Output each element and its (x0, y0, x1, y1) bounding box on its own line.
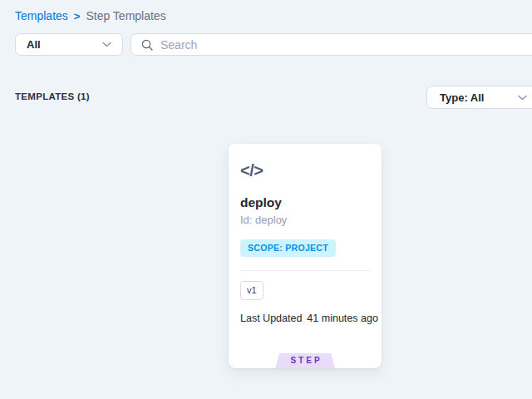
search-box[interactable] (131, 33, 532, 56)
type-filter-value: Type: All (440, 91, 484, 104)
breadcrumb-separator-icon: > (74, 10, 81, 22)
template-id: Id: deploy (240, 214, 287, 225)
scope-filter-dropdown[interactable]: All (15, 33, 123, 56)
last-updated-row: Last Updated 41 minutes ago (240, 313, 378, 325)
version-chip: v1 (240, 281, 264, 300)
breadcrumb-current-page: Step Templates (86, 9, 165, 22)
breadcrumb: Templates > Step Templates (15, 9, 166, 22)
template-type-badge: STEP (275, 353, 335, 368)
card-divider (240, 270, 370, 271)
search-input[interactable] (160, 38, 476, 52)
chevron-down-icon (102, 42, 111, 47)
template-title: deploy (240, 196, 282, 209)
code-icon: </> (240, 162, 263, 179)
template-card-deploy[interactable]: </> deploy Id: deploy SCOPE: PROJECT v1 … (229, 144, 382, 368)
last-updated-label: Last Updated (240, 313, 302, 325)
type-filter-dropdown[interactable]: Type: All (426, 86, 532, 109)
templates-count-heading: TEMPLATES (1) (15, 91, 90, 101)
search-icon (141, 39, 153, 51)
breadcrumb-link-templates[interactable]: Templates (15, 9, 68, 22)
scope-filter-value: All (27, 38, 41, 51)
chevron-down-icon (518, 95, 527, 101)
last-updated-value: 41 minutes ago (307, 313, 377, 325)
scope-badge: SCOPE: PROJECT (240, 239, 336, 257)
